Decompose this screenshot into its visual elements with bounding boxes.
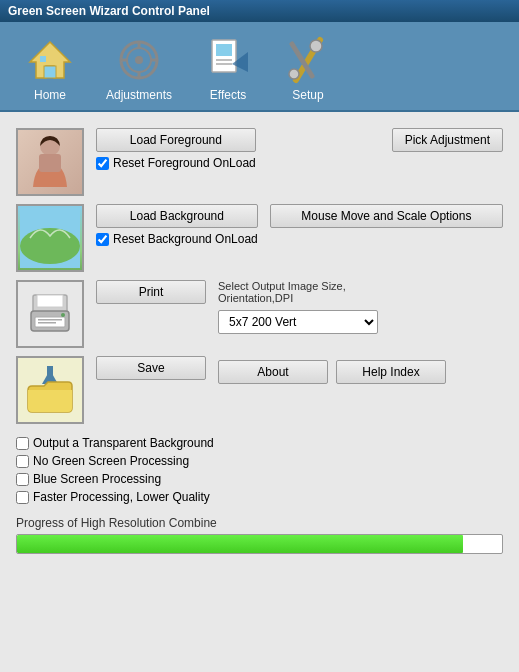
checkboxes-section: Output a Transparent Background No Green… bbox=[16, 436, 503, 504]
blue-screen-checkbox[interactable] bbox=[16, 473, 29, 486]
svg-rect-11 bbox=[216, 44, 232, 56]
content-area: Load Foreground Reset Foreground OnLoad … bbox=[0, 112, 519, 672]
foreground-controls: Load Foreground Reset Foreground OnLoad bbox=[96, 128, 256, 170]
no-green-label: No Green Screen Processing bbox=[33, 454, 189, 468]
progress-label: Progress of High Resolution Combine bbox=[16, 516, 503, 530]
about-button[interactable]: About bbox=[218, 360, 328, 384]
save-thumbnail bbox=[16, 356, 84, 424]
transparent-bg-checkbox[interactable] bbox=[16, 437, 29, 450]
svg-rect-20 bbox=[39, 154, 61, 172]
foreground-thumbnail bbox=[16, 128, 84, 196]
load-foreground-button[interactable]: Load Foreground bbox=[96, 128, 256, 152]
toolbar-adjustments[interactable]: Adjustments bbox=[90, 30, 188, 110]
svg-point-5 bbox=[135, 56, 143, 64]
blue-screen-label: Blue Screen Processing bbox=[33, 472, 161, 486]
toolbar-setup[interactable]: Setup bbox=[268, 30, 348, 110]
print-row: Print Select Output Image Size,Orientati… bbox=[16, 280, 503, 348]
toolbar: Home Adjustments Effec bbox=[0, 22, 519, 112]
reset-background-checkbox[interactable] bbox=[96, 233, 109, 246]
foreground-right: Pick Adjustment bbox=[268, 128, 503, 152]
save-right: About Help Index bbox=[218, 356, 503, 384]
save-controls: Save bbox=[96, 356, 206, 380]
about-help-buttons: About Help Index bbox=[218, 360, 503, 384]
print-right: Select Output Image Size,Orientation,DPI… bbox=[218, 280, 503, 334]
save-button[interactable]: Save bbox=[96, 356, 206, 380]
reset-background-label: Reset Background OnLoad bbox=[113, 232, 258, 246]
pick-adjustment-button[interactable]: Pick Adjustment bbox=[392, 128, 503, 152]
background-right: Mouse Move and Scale Options bbox=[270, 204, 503, 228]
toolbar-effects-label: Effects bbox=[210, 88, 246, 102]
svg-point-27 bbox=[61, 313, 65, 317]
no-green-row: No Green Screen Processing bbox=[16, 454, 503, 468]
toolbar-setup-label: Setup bbox=[292, 88, 323, 102]
printer-icon bbox=[25, 289, 75, 339]
progress-bar-outer bbox=[16, 534, 503, 554]
progress-section: Progress of High Resolution Combine bbox=[16, 516, 503, 554]
faster-processing-row: Faster Processing, Lower Quality bbox=[16, 490, 503, 504]
reset-foreground-checkbox[interactable] bbox=[96, 157, 109, 170]
landscape-image bbox=[20, 208, 80, 268]
background-row: Load Background Reset Background OnLoad … bbox=[16, 204, 503, 272]
reset-foreground-label: Reset Foreground OnLoad bbox=[113, 156, 256, 170]
save-folder-icon bbox=[22, 362, 78, 418]
svg-point-16 bbox=[310, 40, 322, 52]
svg-point-22 bbox=[20, 228, 80, 264]
toolbar-home-label: Home bbox=[34, 88, 66, 102]
print-controls: Print bbox=[96, 280, 206, 304]
toolbar-adjustments-label: Adjustments bbox=[106, 88, 172, 102]
toolbar-effects[interactable]: Effects bbox=[188, 30, 268, 110]
foreground-row: Load Foreground Reset Foreground OnLoad … bbox=[16, 128, 503, 196]
svg-rect-28 bbox=[38, 319, 62, 321]
output-label: Select Output Image Size,Orientation,DPI bbox=[218, 280, 503, 304]
background-thumbnail bbox=[16, 204, 84, 272]
svg-point-18 bbox=[289, 69, 299, 79]
svg-rect-1 bbox=[44, 66, 56, 78]
setup-icon bbox=[284, 36, 332, 84]
print-thumbnail bbox=[16, 280, 84, 348]
blue-screen-row: Blue Screen Processing bbox=[16, 472, 503, 486]
help-index-button[interactable]: Help Index bbox=[336, 360, 446, 384]
mouse-move-scale-button[interactable]: Mouse Move and Scale Options bbox=[270, 204, 503, 228]
person-silhouette bbox=[25, 132, 75, 192]
transparent-bg-row: Output a Transparent Background bbox=[16, 436, 503, 450]
faster-processing-label: Faster Processing, Lower Quality bbox=[33, 490, 210, 504]
no-green-checkbox[interactable] bbox=[16, 455, 29, 468]
output-size-select[interactable]: 5x7 200 Vert 4x6 200 Horiz 8x10 300 Vert… bbox=[218, 310, 378, 334]
faster-processing-checkbox[interactable] bbox=[16, 491, 29, 504]
print-button[interactable]: Print bbox=[96, 280, 206, 304]
main-window: Home Adjustments Effec bbox=[0, 22, 519, 672]
toolbar-home[interactable]: Home bbox=[10, 30, 90, 110]
save-row: Save About Help Index bbox=[16, 356, 503, 424]
svg-rect-24 bbox=[37, 295, 63, 307]
load-background-button[interactable]: Load Background bbox=[96, 204, 258, 228]
svg-rect-2 bbox=[40, 56, 46, 62]
svg-rect-29 bbox=[38, 322, 56, 324]
home-icon bbox=[26, 36, 74, 84]
title-bar-text: Green Screen Wizard Control Panel bbox=[8, 4, 210, 18]
reset-background-checkbox-row: Reset Background OnLoad bbox=[96, 232, 258, 246]
adjustments-icon bbox=[115, 36, 163, 84]
progress-bar-inner bbox=[17, 535, 463, 553]
background-controls: Load Background Reset Background OnLoad bbox=[96, 204, 258, 246]
transparent-bg-label: Output a Transparent Background bbox=[33, 436, 214, 450]
effects-icon bbox=[204, 36, 252, 84]
reset-foreground-checkbox-row: Reset Foreground OnLoad bbox=[96, 156, 256, 170]
